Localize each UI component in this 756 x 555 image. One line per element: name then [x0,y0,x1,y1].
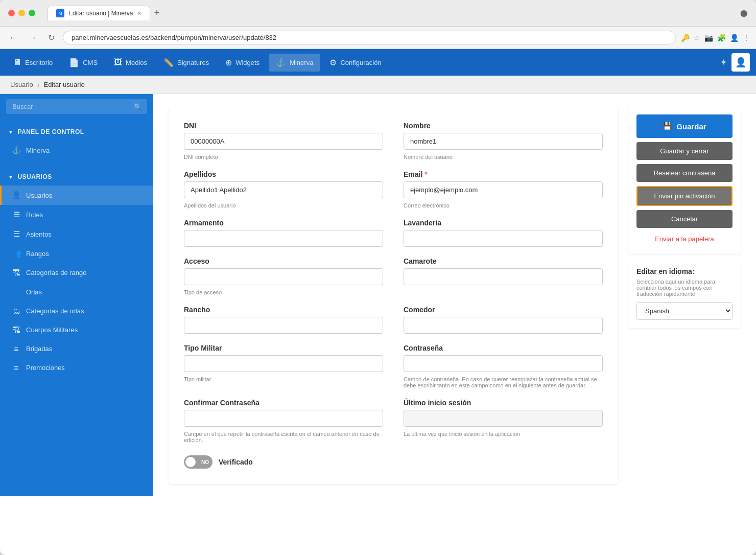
profile-icon[interactable]: 👤 [730,34,739,42]
star-icon[interactable]: ☆ [694,34,700,42]
form-grid: DNI DNI completo Nombre Nombre del usuar… [184,122,603,443]
confirmar-contrasena-label: Confirmar Contraseña [184,399,383,407]
nav-item-minerva[interactable]: ⚓ Minerva [269,54,320,72]
trash-button[interactable]: Enviar a la papelera [636,232,733,246]
asientos-icon: ☰ [12,229,21,239]
breadcrumb-separator: › [37,81,40,89]
browser-tab[interactable]: M Editar usuario | Minerva × [48,6,150,20]
orlas-icon: 👤 [12,287,21,296]
nav-item-widgets[interactable]: ⊕ Widgets [218,54,267,72]
rangos-icon: 👥 [12,249,21,258]
save-icon: 💾 [663,122,672,131]
camarote-input[interactable] [404,268,603,285]
sidebar-section-usuarios-title[interactable]: ▼ USUARIOS [0,168,153,186]
tab-close-button[interactable]: × [137,9,141,17]
sidebar-section-usuarios: ▼ USUARIOS 👤 Usuarios ☰ Roles ☰ Asientos… [0,164,153,381]
right-panel: 💾 Guardar Guardar y cerrar Resetear cont… [628,106,741,328]
sidebar: 🔍 ▼ PANEL DE CONTROL ⚓ Minerva ▼ USUARIO… [0,94,153,496]
minimize-button[interactable] [18,10,25,16]
medios-icon: 🖼 [114,58,122,67]
sidebar-label-rangos: Rangos [26,250,49,258]
nav-item-medios[interactable]: 🖼 Medios [107,54,154,71]
email-input[interactable] [404,181,603,198]
save-button[interactable]: 💾 Guardar [636,114,733,138]
sidebar-item-roles[interactable]: ☰ Roles [0,205,153,224]
nav-item-cms[interactable]: 📄 CMS [62,54,105,72]
toggle-no-label: NO [201,459,209,465]
nav-label-minerva: Minerva [290,59,313,66]
sidebar-label-asientos: Asientos [26,230,52,238]
close-button[interactable] [8,10,15,16]
breadcrumb-parent[interactable]: Usuario [10,81,33,88]
sidebar-item-categorias-orlas[interactable]: 🗂 Categorías de orlas [0,302,153,320]
sidebar-item-usuarios[interactable]: 👤 Usuarios [0,186,153,205]
verificado-label: Verificado [219,458,253,466]
field-nombre: Nombre Nombre del usuario [404,122,603,160]
apellidos-input[interactable] [184,181,383,198]
nombre-input[interactable] [404,133,603,150]
url-input[interactable] [63,31,676,44]
field-camarote: Camarote [404,257,603,295]
sidebar-item-brigadas[interactable]: ≡ Brigadas [0,339,153,358]
nav-item-configuracion[interactable]: ⚙ Configuración [322,54,388,72]
sidebar-item-categorias-rango[interactable]: 🏗 Categorías de rango [0,263,153,282]
rancho-label: Rancho [184,306,383,314]
confirmar-contrasena-input[interactable] [184,410,383,427]
sidebar-item-minerva[interactable]: ⚓ Minerva [0,141,153,160]
tipo-militar-input[interactable] [184,355,383,372]
acceso-input[interactable] [184,268,383,285]
sidebar-search-input[interactable] [6,99,147,114]
lang-select[interactable]: Spanish English French German [636,302,733,320]
send-pin-button[interactable]: Enviar pin activación [636,186,733,206]
screenshot-icon[interactable]: 📷 [704,34,713,42]
comedor-label: Comedor [404,306,603,314]
reset-password-button[interactable]: Resetear contraseña [636,164,733,182]
search-icon: 🔍 [133,103,142,111]
armamento-input[interactable] [184,230,383,247]
extensions-icon[interactable]: 🧩 [717,34,726,42]
lavanderia-label: Lavanderia [404,219,603,227]
configuracion-icon: ⚙ [329,58,337,67]
nav-item-signatures[interactable]: ✏️ Signatures [156,54,216,72]
nav-global-icon[interactable]: ✦ [720,57,727,68]
ultimo-inicio-input [404,410,603,427]
sidebar-item-cuerpos-militares[interactable]: 🏗 Cuerpos Militares [0,320,153,339]
rancho-input[interactable] [184,317,383,334]
new-tab-button[interactable]: + [154,8,160,18]
menu-icon[interactable]: ⋮ [743,34,750,42]
dni-input[interactable] [184,133,383,150]
sidebar-item-promociones[interactable]: ≡ Promociones [0,358,153,377]
back-button[interactable]: ← [6,31,20,44]
nav-item-escritorio[interactable]: 🖥 Escritorio [6,54,60,71]
tab-favicon: M [56,9,64,17]
sidebar-label-categorias-orlas: Categorías de orlas [26,307,84,315]
panel-section-label: PANEL DE CONTROL [17,128,84,135]
contrasena-hint: Campo de contraseña. En caso de querer r… [404,376,603,388]
sidebar-section-panel-title[interactable]: ▼ PANEL DE CONTROL [0,123,153,141]
sidebar-item-rangos[interactable]: 👥 Rangos [0,244,153,263]
escritorio-icon: 🖥 [13,58,21,67]
nav-label-medios: Medios [126,59,147,66]
dni-label: DNI [184,122,383,130]
refresh-button[interactable]: ↻ [45,31,58,44]
forward-button[interactable]: → [26,31,40,44]
lavanderia-input[interactable] [404,230,603,247]
toggle-verificado[interactable]: NO [184,455,212,469]
comedor-input[interactable] [404,317,603,334]
page-section: DNI DNI completo Nombre Nombre del usuar… [153,94,756,496]
sidebar-item-asientos[interactable]: ☰ Asientos [0,224,153,244]
sidebar-item-orlas[interactable]: 👤 Orlas [0,282,153,302]
save-close-button[interactable]: Guardar y cerrar [636,142,733,160]
nav-avatar[interactable]: 👤 [731,53,750,72]
breadcrumb-current: Editar usuario [43,81,84,88]
field-rancho: Rancho [184,306,383,334]
contrasena-input[interactable] [404,355,603,372]
fullscreen-button[interactable] [29,10,35,16]
acceso-hint: Tipo de acceso [184,289,383,295]
cancel-button[interactable]: Cancelar [636,210,733,228]
sidebar-label-brigadas: Brigadas [26,345,52,353]
field-email: Email * Correo electrónico [404,170,603,209]
form-section: DNI DNI completo Nombre Nombre del usuar… [169,106,618,484]
ultimo-inicio-label: Último inicio sesión [404,399,603,407]
sidebar-label-promociones: Promociones [26,364,65,372]
